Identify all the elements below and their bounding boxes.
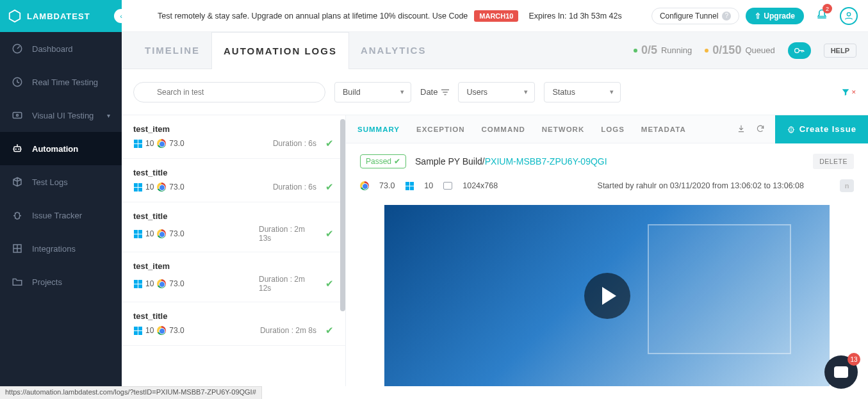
chrome-icon: [157, 229, 166, 238]
main-tabs-row: TIMELINEAUTOMATION LOGSANALYTICS 0/5 Run…: [122, 32, 868, 69]
configure-tunnel-label: Configure Tunnel: [660, 12, 718, 20]
notifications-button[interactable]: 2: [815, 8, 828, 24]
help-icon: ?: [722, 12, 731, 20]
windows-icon: [133, 183, 142, 191]
check-icon: ✔: [325, 181, 334, 193]
svg-marker-0: [10, 10, 20, 22]
bug-icon: [12, 209, 23, 221]
svg-rect-3: [13, 113, 22, 118]
filter-row: Build Date Users Status ✕: [122, 69, 868, 115]
sidebar-item-test-logs[interactable]: Test Logs: [0, 165, 122, 199]
detail-tab-summary[interactable]: SUMMARY: [357, 126, 400, 133]
status-select[interactable]: Status: [544, 82, 621, 102]
sidebar-item-dashboard[interactable]: Dashboard: [0, 32, 122, 65]
status-bar-url: https://automation.lambdatest.com/logs/?…: [0, 386, 262, 399]
configure-tunnel-button[interactable]: Configure Tunnel ?: [651, 8, 739, 24]
sidebar-header: LAMBDATEST: [0, 0, 122, 32]
build-id-link[interactable]: PXIUM-MSBB7-ZPU6Y-09QGI: [485, 156, 607, 167]
upgrade-button[interactable]: ⇧ Upgrade: [746, 8, 804, 24]
download-icon: [737, 124, 746, 133]
clear-filter-button[interactable]: ✕: [841, 88, 856, 97]
test-duration: Duration : 6s: [273, 139, 316, 148]
detail-tab-logs[interactable]: LOGS: [601, 126, 625, 133]
browser-version: 73.0: [169, 183, 184, 191]
test-item[interactable]: test_title1073.0Duration : 6s✔: [122, 159, 345, 202]
test-duration: Duration : 2m 8s: [260, 326, 316, 335]
svg-point-4: [17, 115, 19, 117]
detail-meta: 73.0 10 1024x768 Started by rahulr on 03…: [346, 179, 868, 201]
test-item[interactable]: test_title1073.0Duration : 2m 13s✔: [122, 202, 345, 252]
clock-icon: [12, 76, 23, 88]
download-button[interactable]: [737, 124, 746, 134]
users-select[interactable]: Users: [458, 82, 535, 102]
detail-pane: SUMMARYEXCEPTIONCOMMANDNETWORKLOGSMETADA…: [346, 115, 868, 386]
sidebar-item-label: Test Logs: [32, 177, 68, 187]
running-count: 0/5: [641, 44, 657, 57]
test-list: test_item1073.0Duration : 6s✔test_title1…: [122, 115, 346, 386]
access-key-button[interactable]: [788, 42, 811, 59]
video-player[interactable]: [384, 205, 830, 386]
windows-icon: [133, 326, 142, 335]
user-avatar-button[interactable]: [840, 7, 858, 25]
build-select[interactable]: Build: [334, 82, 411, 102]
date-filter[interactable]: Date: [420, 87, 449, 97]
delete-button[interactable]: DELETE: [813, 154, 854, 169]
search-input[interactable]: [133, 82, 325, 102]
test-item[interactable]: test_title1073.0Duration : 2m 8s✔: [122, 302, 345, 346]
tab-timeline[interactable]: TIMELINE: [133, 32, 211, 69]
funnel-icon: [841, 88, 850, 97]
sidebar-collapse-button[interactable]: ‹: [114, 9, 128, 23]
browser-version: 73.0: [169, 229, 184, 238]
promo-text: Test remotely & stay safe. Upgrade on an…: [158, 12, 468, 20]
test-title: test_title: [133, 168, 334, 177]
test-item[interactable]: test_item1073.0Duration : 2m 12s✔: [122, 252, 345, 302]
sidebar-item-label: Projects: [32, 277, 62, 287]
svg-point-10: [847, 12, 850, 15]
detail-tab-exception[interactable]: EXCEPTION: [416, 126, 464, 133]
chrome-icon: [157, 279, 166, 288]
check-icon: ✔: [325, 138, 334, 149]
sidebar-item-issue-tracker[interactable]: Issue Tracker: [0, 199, 122, 232]
sidebar-item-label: Visual UI Testing: [32, 111, 94, 120]
started-by-text: Started by rahulr on 03/11/2020 from 13:…: [598, 181, 804, 190]
test-list-scrollbar[interactable]: [340, 119, 345, 311]
chrome-icon: [157, 139, 166, 148]
refresh-button[interactable]: [756, 124, 765, 134]
queued-stat: 0/150 Queued: [705, 44, 774, 57]
brand-logo: LAMBDATEST: [8, 9, 90, 23]
resolution: 1024x768: [463, 181, 498, 190]
build-name: Sample PY Build/PXIUM-MSBB7-ZPU6Y-09QGI: [415, 156, 607, 167]
sidebar-item-integrations[interactable]: Integrations: [0, 232, 122, 265]
detail-tab-metadata[interactable]: METADATA: [641, 126, 686, 133]
browser-version: 73.0: [169, 139, 184, 148]
sidebar: LAMBDATEST ‹ DashboardReal Time TestingV…: [0, 0, 122, 397]
sidebar-item-automation[interactable]: Automation: [0, 132, 122, 165]
tab-automation-logs[interactable]: AUTOMATION LOGS: [211, 32, 349, 69]
test-item[interactable]: test_item1073.0Duration : 6s✔: [122, 115, 345, 159]
test-duration: Duration : 6s: [273, 183, 316, 191]
test-meta: 1073.0: [133, 229, 184, 238]
clear-x-icon: ✕: [851, 89, 856, 95]
detail-tab-command[interactable]: COMMAND: [481, 126, 525, 133]
help-button[interactable]: HELP: [824, 44, 856, 58]
create-issue-button[interactable]: Create Issue: [775, 115, 868, 143]
detail-tab-network[interactable]: NETWORK: [542, 126, 584, 133]
os-version: 10: [145, 326, 154, 335]
check-icon: ✔: [394, 157, 400, 166]
os-version: 10: [145, 183, 154, 191]
detail-header: Passed ✔ Sample PY Build/PXIUM-MSBB7-ZPU…: [346, 143, 868, 179]
chat-support-button[interactable]: 13: [824, 355, 858, 389]
monitor-icon: [443, 182, 452, 190]
sidebar-item-real-time-testing[interactable]: Real Time Testing: [0, 65, 122, 99]
svg-point-11: [794, 48, 799, 53]
build-prefix: Sample PY Build/: [415, 156, 485, 167]
sidebar-item-visual-ui-testing[interactable]: Visual UI Testing▾: [0, 99, 122, 132]
search-wrap: [133, 82, 325, 102]
sidebar-item-label: Real Time Testing: [32, 77, 98, 87]
sidebar-item-projects[interactable]: Projects: [0, 265, 122, 298]
svg-point-7: [18, 149, 19, 150]
refresh-icon: [756, 124, 765, 133]
cube-icon: [12, 176, 23, 188]
bug-icon: [787, 125, 796, 134]
tab-analytics[interactable]: ANALYTICS: [349, 32, 438, 69]
